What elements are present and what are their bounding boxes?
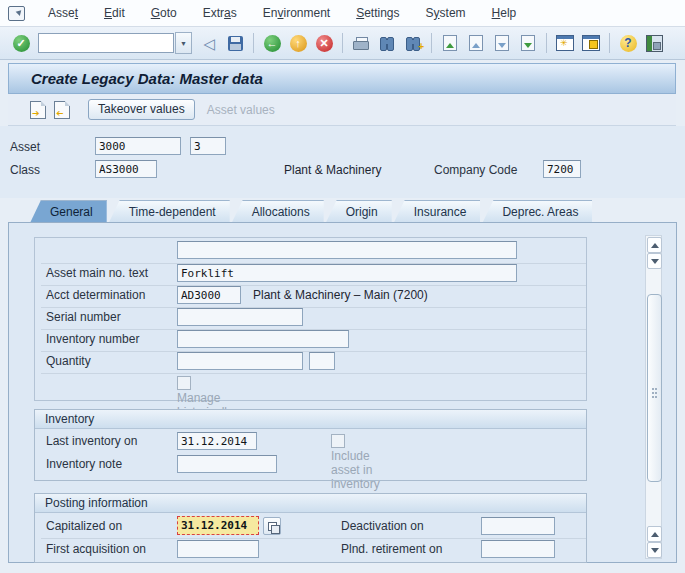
tab-insurance[interactable]: Insurance: [394, 200, 481, 223]
last-inventory-on-label: Last inventory on: [46, 434, 137, 448]
save-icon: [228, 36, 243, 51]
vertical-scrollbar[interactable]: [645, 235, 662, 559]
cancel-icon: ✕: [316, 35, 333, 52]
triangle-down-icon: [651, 259, 659, 264]
acct-determination-field[interactable]: [177, 286, 241, 304]
menu-item-extras[interactable]: Extras: [190, 2, 250, 24]
menu-item-asset[interactable]: Asset: [35, 2, 91, 24]
toolbar-separator: [342, 33, 343, 53]
menu-item-environment[interactable]: Environment: [250, 2, 343, 24]
triangle-down-icon: [651, 548, 659, 553]
tab-general[interactable]: General: [30, 200, 107, 223]
asset-number-field[interactable]: [95, 137, 181, 155]
control-menu-icon[interactable]: [8, 6, 25, 21]
inventory-number-field[interactable]: [177, 330, 349, 348]
find-next-button[interactable]: +: [401, 32, 425, 54]
standard-toolbar: ✓ ▼ ◁←↑✕+?: [0, 27, 685, 60]
class-label: Class: [10, 163, 40, 177]
doc-arrow-out-icon[interactable]: [54, 101, 70, 119]
inventory-note-field[interactable]: [177, 455, 277, 473]
exit-icon: ↑: [290, 35, 307, 52]
inventory-group-title: Inventory: [35, 410, 586, 429]
page-title: Create Legacy Data: Master data: [9, 70, 263, 87]
print-button[interactable]: [349, 32, 373, 54]
plnd-retirement-on-field[interactable]: [481, 540, 555, 558]
toolbar-separator: [431, 33, 432, 53]
first-page-button[interactable]: [438, 32, 462, 54]
menu-item-help[interactable]: Help: [479, 2, 530, 24]
application-toolbar: Takeover values Asset values: [8, 94, 676, 126]
cancel-button[interactable]: ✕: [312, 32, 336, 54]
deactivation-on-label: Deactivation on: [341, 519, 424, 533]
find-next-icon: +: [405, 36, 421, 50]
plnd-retirement-on-label: Plnd. retirement on: [341, 542, 442, 556]
previous-page-icon: [469, 35, 483, 51]
deactivation-on-field[interactable]: [481, 517, 555, 535]
scrollbar-thumb[interactable]: [647, 294, 662, 482]
first-page-icon: [443, 35, 457, 51]
capitalized-on-date-picker-button[interactable]: [263, 517, 281, 535]
quantity-label: Quantity: [46, 354, 91, 368]
tab-strip: GeneralTime-dependentAllocationsOriginIn…: [30, 200, 594, 223]
company-code-field[interactable]: [543, 160, 581, 178]
tab-deprec-areas[interactable]: Deprec. Areas: [482, 200, 592, 223]
inventory-number-label: Inventory number: [46, 332, 139, 346]
asset-class-field[interactable]: [95, 160, 157, 178]
menu-item-system[interactable]: System: [413, 2, 479, 24]
exit-button[interactable]: ↑: [286, 32, 310, 54]
scrollbar-grip-icon: [652, 388, 654, 390]
previous-page-button[interactable]: [464, 32, 488, 54]
scroll-up-bottom-button[interactable]: [647, 526, 662, 542]
scroll-down-button[interactable]: [647, 253, 662, 269]
customize-layout-button[interactable]: [642, 32, 666, 54]
acct-determination-label: Acct determination: [46, 288, 145, 302]
asset-label: Asset: [10, 140, 40, 154]
menu-items: AssetEditGotoExtrasEnvironmentSettingsSy…: [35, 2, 529, 24]
doc-arrow-in-icon[interactable]: [30, 101, 46, 119]
command-field-dropdown-button[interactable]: ▼: [175, 32, 192, 54]
manage-historically-checkbox[interactable]: [177, 376, 191, 390]
menu-item-goto[interactable]: Goto: [138, 2, 190, 24]
scroll-down-bottom-button[interactable]: [647, 542, 662, 558]
find-button[interactable]: [375, 32, 399, 54]
last-page-button[interactable]: [516, 32, 540, 54]
include-asset-in-inventory-list-checkbox[interactable]: [331, 434, 345, 448]
header-fields: Asset Class Plant & Machinery Company Co…: [0, 126, 685, 198]
next-page-icon: [495, 35, 509, 51]
quantity-field[interactable]: [177, 352, 303, 370]
quantity-unit-field[interactable]: [309, 352, 335, 370]
inventory-note-label: Inventory note: [46, 457, 122, 471]
back-button[interactable]: ←: [260, 32, 284, 54]
serial-number-label: Serial number: [46, 310, 121, 324]
menu-item-settings[interactable]: Settings: [343, 2, 412, 24]
first-acquisition-on-field[interactable]: [177, 540, 259, 558]
enter-button[interactable]: ✓: [9, 32, 33, 54]
posting-information-group-title: Posting information: [35, 494, 586, 513]
takeover-values-button[interactable]: Takeover values: [88, 99, 195, 120]
asset-values-button-disabled: Asset values: [207, 103, 275, 117]
back-triangle-icon: ◁: [203, 36, 215, 51]
back-triangle-button[interactable]: ◁: [197, 32, 221, 54]
capitalized-on-label: Capitalized on: [46, 519, 122, 533]
command-field-input[interactable]: [38, 33, 174, 53]
scroll-up-button[interactable]: [647, 237, 662, 253]
asset-main-no-text-field[interactable]: [177, 264, 517, 282]
tab-allocations[interactable]: Allocations: [232, 200, 324, 223]
toolbar-separator: [546, 33, 547, 53]
asset-subnumber-field[interactable]: [190, 137, 226, 155]
new-session-button[interactable]: [553, 32, 577, 54]
tab-origin[interactable]: Origin: [326, 200, 392, 223]
triangle-up-icon: [651, 243, 659, 248]
tab-time-dependent[interactable]: Time-dependent: [109, 200, 230, 223]
back-icon: ←: [264, 35, 281, 52]
menu-item-edit[interactable]: Edit: [91, 2, 138, 24]
capitalized-on-field[interactable]: [177, 516, 259, 535]
save-button[interactable]: [223, 32, 247, 54]
description-field[interactable]: [177, 241, 517, 259]
general-tab-panel: Asset main no. text Acct determination P…: [8, 222, 677, 563]
help-button[interactable]: ?: [616, 32, 640, 54]
create-shortcut-button[interactable]: [579, 32, 603, 54]
serial-number-field[interactable]: [177, 308, 303, 326]
last-inventory-on-field[interactable]: [177, 432, 257, 450]
next-page-button[interactable]: [490, 32, 514, 54]
